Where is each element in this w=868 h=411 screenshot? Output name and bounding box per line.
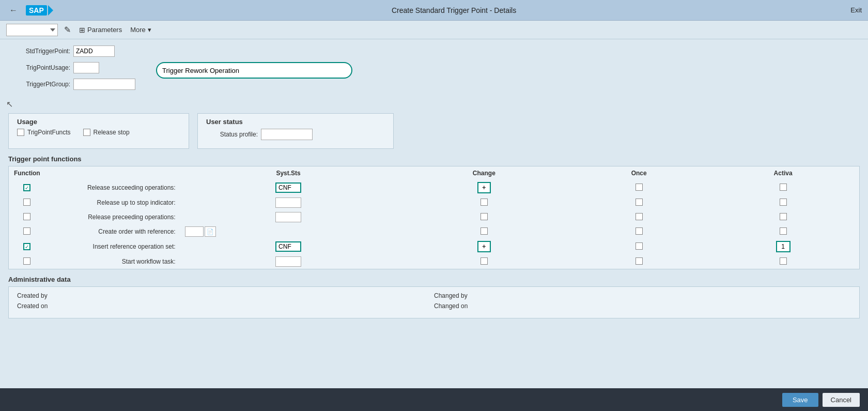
tpf-row-2-syststs-input[interactable] xyxy=(275,197,301,208)
tpf-row-1-once-checkbox[interactable] xyxy=(636,184,643,191)
tpf-row-4-label: Create order with reference: xyxy=(45,224,180,239)
col-function-header: Function xyxy=(9,166,45,180)
created-on-label: Created on xyxy=(17,302,434,310)
toolbar: ✎ ⊞ Parameters More ▾ xyxy=(0,21,868,39)
trig-point-usage-input[interactable] xyxy=(73,62,99,73)
tpf-row-1-label: Release succeeding operations: xyxy=(45,180,180,195)
exit-button[interactable]: Exit xyxy=(850,6,862,14)
trig-point-group-row: TriggerPtGroup: xyxy=(8,79,135,90)
user-status-title: User status xyxy=(206,118,385,126)
tpf-row-5-syststs-input[interactable] xyxy=(275,241,301,252)
tpf-row-3-change-cb[interactable] xyxy=(481,213,488,220)
trigger-point-functions-section: Trigger point functions Function Syst.St… xyxy=(8,155,860,269)
usage-user-status-row: Usage TrigPointFuncts Release stop User … xyxy=(8,113,860,149)
tpf-row-4-doc-btn[interactable]: 📄 xyxy=(205,226,216,237)
admin-row-2: Created on Changed on xyxy=(17,302,851,310)
tpf-row-2: Release up to stop indicator: xyxy=(9,195,859,210)
col-once-header: Once xyxy=(571,166,707,180)
tpf-row-4-activa-cb[interactable] xyxy=(780,227,787,235)
sap-logo-text: SAP xyxy=(26,5,47,16)
usage-box: Usage TrigPointFuncts Release stop xyxy=(8,113,189,149)
tpf-row-1-checkbox[interactable] xyxy=(23,184,30,191)
tpf-row-5-change: + xyxy=(397,239,571,254)
tpf-row-2-activa-cb[interactable] xyxy=(780,199,787,206)
release-stop-checkbox[interactable] xyxy=(83,129,90,136)
trig-point-group-input[interactable] xyxy=(73,79,135,90)
trigger-rework-input[interactable] xyxy=(156,62,352,79)
trig-point-usage-label: TrigPointUsage: xyxy=(8,64,70,71)
tpf-row-3-activa-cb[interactable] xyxy=(780,213,787,220)
back-button[interactable]: ← xyxy=(6,5,21,16)
col-activa-header: Activa xyxy=(707,166,859,180)
tpf-row-1-change: + xyxy=(397,180,571,195)
tpf-row-1-checkbox-cell xyxy=(9,180,45,195)
tpf-row-2-syststs xyxy=(180,195,397,210)
tpf-row-3-change xyxy=(397,210,571,224)
tpf-row-4-change-cb[interactable] xyxy=(481,227,488,235)
tpf-row-3-syststs xyxy=(180,210,397,224)
tpf-row-4-change xyxy=(397,224,571,239)
status-profile-label: Status profile: xyxy=(206,131,258,138)
tpf-row-5-activa xyxy=(707,239,859,254)
changed-on-label: Changed on xyxy=(434,302,851,310)
tpf-row-5-activa-input[interactable] xyxy=(776,241,791,252)
edit-icon: ✎ xyxy=(64,25,71,35)
cursor-icon: ↖ xyxy=(6,99,13,109)
tpf-row-1-change-btn[interactable]: + xyxy=(477,182,491,193)
tpf-row-2-change-cb[interactable] xyxy=(481,199,488,206)
tpf-row-4-checkbox[interactable] xyxy=(23,227,30,235)
status-profile-input[interactable] xyxy=(261,129,313,140)
trig-point-functs-checkbox[interactable] xyxy=(17,129,24,136)
tpf-row-2-checkbox-cell xyxy=(9,195,45,210)
trig-point-group-label: TriggerPtGroup: xyxy=(8,81,70,88)
toolbar-icon-btn[interactable]: ✎ xyxy=(62,24,73,36)
tpf-row-5-syststs xyxy=(180,239,397,254)
toolbar-select[interactable] xyxy=(6,24,58,36)
col-function-label-header xyxy=(45,166,180,180)
tpf-row-4-syststs: 📄 xyxy=(180,224,397,239)
tpf-row-4-once-checkbox[interactable] xyxy=(636,227,643,235)
parameters-icon: ⊞ xyxy=(79,26,85,34)
tpf-row-6-change-cb[interactable] xyxy=(481,257,488,265)
cancel-button[interactable]: Cancel xyxy=(823,393,860,407)
tpf-row-3-once-checkbox[interactable] xyxy=(636,213,643,220)
admin-row-1: Created by Changed by xyxy=(17,292,851,299)
tpf-row-6-syststs xyxy=(180,254,397,269)
col-change-header: Change xyxy=(397,166,571,180)
tpf-row-6-syststs-input[interactable] xyxy=(275,256,301,267)
tpf-row-1-activa xyxy=(707,180,859,195)
tpf-row-3-checkbox[interactable] xyxy=(23,213,30,220)
tpf-row-6-label: Start workflow task: xyxy=(45,254,180,269)
tpf-row-6-activa-cb[interactable] xyxy=(780,257,787,265)
tpf-row-6-once-checkbox[interactable] xyxy=(636,257,643,265)
top-form-right xyxy=(156,45,352,93)
std-trigger-point-label: StdTriggerPoint: xyxy=(8,48,70,55)
parameters-button[interactable]: ⊞ Parameters xyxy=(77,25,124,35)
bottom-bar: Save Cancel xyxy=(0,388,868,411)
tpf-row-1-activa-checkbox[interactable] xyxy=(780,184,787,191)
tpf-row-5-once-checkbox[interactable] xyxy=(636,242,643,250)
tpf-title: Trigger point functions xyxy=(8,155,860,163)
tpf-row-1-syststs-input[interactable] xyxy=(275,182,301,193)
tpf-row-5-checkbox[interactable] xyxy=(23,243,30,250)
tpf-row-4-ref-input[interactable] xyxy=(185,226,204,237)
tpf-row-3-syststs-input[interactable] xyxy=(275,212,301,222)
trig-point-functs-label: TrigPointFuncts xyxy=(27,129,71,136)
tpf-row-2-checkbox[interactable] xyxy=(23,199,30,206)
tpf-row-1-syststs xyxy=(180,180,397,195)
tpf-row-2-once-checkbox[interactable] xyxy=(636,199,643,206)
status-profile-row: Status profile: xyxy=(206,129,385,140)
tpf-row-3-activa xyxy=(707,210,859,224)
tpf-table-wrapper: Function Syst.Sts Change Once Activa xyxy=(8,166,860,269)
tpf-row-4-activa xyxy=(707,224,859,239)
save-button[interactable]: Save xyxy=(782,393,818,407)
tpf-row-2-once xyxy=(571,195,707,210)
tpf-row-6-checkbox[interactable] xyxy=(23,257,30,265)
more-button[interactable]: More ▾ xyxy=(128,25,153,35)
col-syststs-header: Syst.Sts xyxy=(180,166,397,180)
tpf-row-5-once xyxy=(571,239,707,254)
std-trigger-point-input[interactable] xyxy=(73,45,115,57)
tpf-row-5-change-btn[interactable]: + xyxy=(477,241,491,252)
std-trigger-point-row: StdTriggerPoint: xyxy=(8,45,135,57)
sap-logo-triangle xyxy=(48,5,53,16)
